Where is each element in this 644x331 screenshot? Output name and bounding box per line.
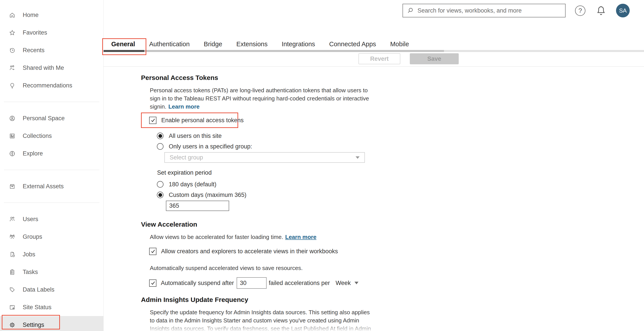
sidebar-item-label: Home xyxy=(23,12,38,18)
search-icon xyxy=(406,7,414,14)
sidebar-item-home[interactable]: Home xyxy=(0,6,103,24)
auto-suspend-row: Automatically suspend after failed accel… xyxy=(149,277,394,289)
star-icon xyxy=(9,29,16,36)
sidebar-item-label: Personal Space xyxy=(23,115,65,122)
sidebar-item-label: Groups xyxy=(23,233,42,240)
section-admin-insights: Admin Insights Update Frequency Specify … xyxy=(141,296,394,331)
sidebar-item-groups[interactable]: Groups xyxy=(0,228,103,246)
radio-button[interactable] xyxy=(157,133,164,139)
sidebar-item-recents[interactable]: Recents xyxy=(0,41,103,59)
allow-acceleration-row[interactable]: Allow creators and explorers to accelera… xyxy=(149,246,394,256)
radio-label: Only users in a specified group: xyxy=(169,143,252,150)
help-icon[interactable]: ? xyxy=(575,5,586,16)
radio-all-users[interactable]: All users on this site xyxy=(157,131,394,141)
radio-label: Custom days (maximum 365) xyxy=(169,192,246,198)
sidebar-item-site-status[interactable]: Site Status xyxy=(0,299,103,316)
allow-acceleration-label: Allow creators and explorers to accelera… xyxy=(161,248,338,255)
section-title: Personal Access Tokens xyxy=(141,73,394,82)
sidebar-item-label: Shared with Me xyxy=(23,64,64,71)
radio-180-days[interactable]: 180 days (default) xyxy=(157,179,394,190)
radio-button[interactable] xyxy=(157,192,164,198)
search-input[interactable] xyxy=(418,7,562,14)
sidebar-item-label: Tasks xyxy=(23,269,38,276)
period-value: Week xyxy=(336,280,351,287)
sidebar-item-label: Collections xyxy=(23,133,52,139)
section-description: Personal access tokens (PATs) are long-l… xyxy=(150,86,372,111)
sidebar-item-label: Data Labels xyxy=(23,286,54,293)
sidebar-item-shared-with-me[interactable]: Shared with Me xyxy=(0,59,103,77)
sidebar-item-settings[interactable]: Settings xyxy=(0,316,103,331)
section-view-acceleration: View Acceleration Allow views to be acce… xyxy=(141,220,394,289)
shared-with-me-icon xyxy=(9,65,16,71)
tab-integrations[interactable]: Integrations xyxy=(282,39,315,49)
chevron-down-icon xyxy=(356,156,360,159)
sidebar-item-label: Site Status xyxy=(23,304,52,311)
sidebar-item-explore[interactable]: Explore xyxy=(0,145,103,162)
section-description: Allow views to be accelerated for faster… xyxy=(150,233,372,241)
sidebar-item-jobs[interactable]: Jobs xyxy=(0,246,103,263)
section-title: Admin Insights Update Frequency xyxy=(141,296,394,304)
compass-icon xyxy=(9,150,16,157)
sidebar-divider xyxy=(4,170,99,170)
sidebar-item-users[interactable]: Users xyxy=(0,210,103,228)
tab-general[interactable]: General xyxy=(111,39,135,49)
section-personal-access-tokens: Personal Access Tokens Personal access t… xyxy=(141,73,394,211)
content-divider xyxy=(104,66,644,67)
sidebar-item-personal-space[interactable]: Personal Space xyxy=(0,109,103,127)
tab-bridge[interactable]: Bridge xyxy=(204,39,222,49)
radio-specified-group[interactable]: Only users in a specified group: xyxy=(157,141,394,152)
select-group-dropdown[interactable]: Select group xyxy=(164,152,365,163)
sidebar-item-label: External Assets xyxy=(23,183,64,190)
sidebar-item-favorites[interactable]: Favorites xyxy=(0,24,103,41)
document-clock-icon xyxy=(9,251,16,258)
radio-button[interactable] xyxy=(157,181,164,188)
chevron-down-icon xyxy=(354,282,358,284)
lightbulb-icon xyxy=(9,82,16,89)
sidebar-item-collections[interactable]: Collections xyxy=(0,127,103,145)
site-status-icon xyxy=(9,304,16,311)
sidebar-divider xyxy=(4,203,99,203)
tab-authentication[interactable]: Authentication xyxy=(149,39,190,49)
learn-more-link[interactable]: Learn more xyxy=(168,103,200,110)
annotation-box-enable-pat: Enable personal access tokens xyxy=(141,112,238,128)
learn-more-link[interactable]: Learn more xyxy=(285,234,316,240)
revert-button[interactable]: Revert xyxy=(358,53,400,64)
period-dropdown[interactable]: Week xyxy=(336,280,358,287)
enable-pat-label: Enable personal access tokens xyxy=(161,117,244,124)
section-description: Specify the update frequency for Admin I… xyxy=(150,308,372,331)
settings-tabs: General Authentication Bridge Extensions… xyxy=(111,39,409,49)
allow-acceleration-checkbox[interactable] xyxy=(149,248,156,255)
sidebar-item-label: Jobs xyxy=(23,251,35,258)
tag-icon xyxy=(9,287,16,293)
groups-icon xyxy=(9,234,16,240)
tab-connected-apps[interactable]: Connected Apps xyxy=(329,39,376,49)
sidebar-item-label: Recents xyxy=(23,47,44,54)
bell-icon[interactable] xyxy=(596,5,606,16)
sidebar-item-label: Favorites xyxy=(23,29,47,36)
sidebar-item-recommendations[interactable]: Recommendations xyxy=(0,77,103,94)
suspend-description: Automatically suspend accelerated views … xyxy=(150,264,372,272)
radio-label: 180 days (default) xyxy=(169,181,216,188)
section-title: View Acceleration xyxy=(141,220,394,229)
person-circle-icon xyxy=(9,115,16,122)
avatar[interactable]: SA xyxy=(616,4,630,17)
sidebar-item-tasks[interactable]: Tasks xyxy=(0,263,103,281)
home-icon xyxy=(9,12,16,18)
radio-button[interactable] xyxy=(157,143,164,150)
sidebar-divider xyxy=(4,102,99,102)
sidebar-item-data-labels[interactable]: Data Labels xyxy=(0,281,103,299)
custom-days-input[interactable] xyxy=(166,201,229,211)
sidebar-item-external-assets[interactable]: External Assets xyxy=(0,178,103,195)
radio-custom-days[interactable]: Custom days (maximum 365) xyxy=(157,190,394,200)
clipboard-list-icon xyxy=(9,269,16,275)
enable-pat-checkbox[interactable] xyxy=(149,117,156,124)
tab-mobile[interactable]: Mobile xyxy=(390,39,409,49)
auto-suspend-label: Automatically suspend after xyxy=(161,280,234,287)
suspend-count-input[interactable] xyxy=(237,277,266,289)
tab-extensions[interactable]: Extensions xyxy=(236,39,268,49)
tab-track-inner xyxy=(104,50,444,52)
global-search xyxy=(402,4,566,17)
save-button[interactable]: Save xyxy=(410,53,459,64)
users-icon xyxy=(9,216,16,222)
auto-suspend-checkbox[interactable] xyxy=(149,280,156,287)
